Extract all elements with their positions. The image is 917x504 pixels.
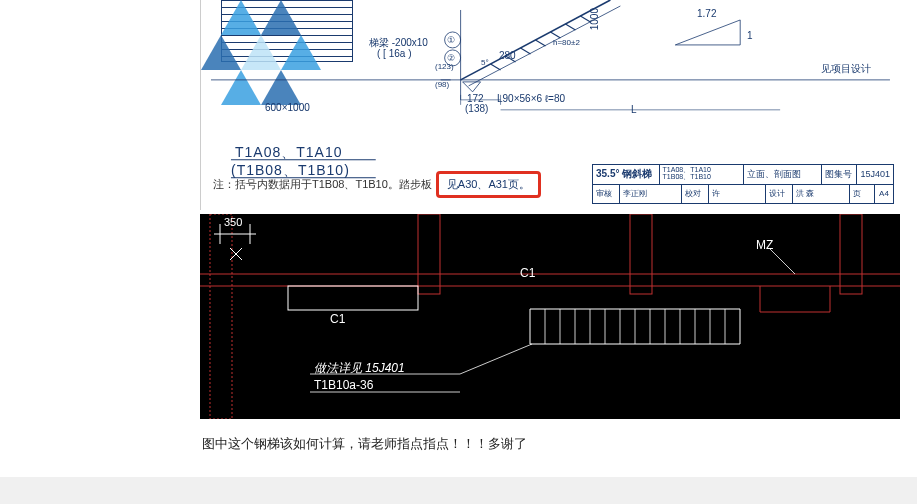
tc-models-b: T1B08、T1B10 [663, 173, 711, 180]
svg-line-12 [491, 64, 501, 70]
cad-model-ref: T1B10a-36 [314, 378, 373, 392]
tc-design-l: 设计 [766, 185, 793, 204]
svg-rect-32 [840, 214, 862, 294]
svg-line-17 [565, 24, 575, 30]
dim-5: 5° [481, 58, 489, 67]
design-ref: 见项目设计 [821, 62, 871, 76]
model-line-1: T1A08、T1A10 [235, 144, 343, 162]
tc-check-n: 李正刚 [620, 185, 682, 204]
symbol-1: ① [447, 35, 455, 45]
tc-verify-l: 校对 [682, 185, 709, 204]
cad-drawing: 350 C1 C1 MZ 做法详见 15J401 T1B10a-36 [200, 214, 900, 419]
cad-detail-ref: 做法详见 15J401 [314, 360, 405, 377]
tc-atlas-value: 15J401 [857, 165, 893, 184]
tc-check-l: 审核 [593, 185, 620, 204]
slope-1: 1 [747, 30, 753, 41]
slope-172: 1.72 [697, 8, 716, 19]
svg-rect-41 [288, 286, 418, 310]
dim-600-1000: 600×1000 [265, 102, 310, 113]
svg-line-60 [770, 249, 795, 274]
title-cartouche: 35.5° 钢斜梯 T1A08、T1A10 T1B08、T1B10 立面、剖面图… [592, 164, 894, 204]
dim-98: (98) [435, 80, 449, 89]
svg-rect-29 [210, 214, 232, 419]
dim-h: h=80±2 [553, 38, 580, 47]
cad-c1-b: C1 [330, 312, 345, 326]
dim-280: 280 [499, 50, 516, 61]
note-highlight-box: 见A30、A31页。 [436, 171, 541, 198]
svg-rect-31 [630, 214, 652, 294]
symbol-2: ② [447, 53, 455, 63]
tc-atlas-label: 图集号 [822, 165, 858, 184]
tc-page-v: A4 [875, 185, 893, 204]
tc-models-a: T1A08、T1A10 [663, 166, 711, 173]
cad-dim-350: 350 [224, 216, 242, 228]
svg-rect-30 [418, 214, 440, 294]
tc-angle: 35.5° 钢斜梯 [593, 165, 660, 184]
svg-line-15 [535, 40, 545, 46]
dim-1000: 1000 [589, 8, 600, 30]
blueprint-drawing: 梯梁 -200x10 ( [ 16a ) 600×1000 1000 280 1… [200, 0, 900, 210]
svg-line-14 [521, 48, 531, 54]
cad-c1-a: C1 [520, 266, 535, 280]
note-prefix: 注：括号内数据用于T1B08、T1B10。踏步板 [213, 177, 432, 192]
cad-svg [200, 214, 900, 419]
dim-123: (123) [435, 62, 454, 71]
tc-models: T1A08、T1A10 T1B08、T1B10 [660, 165, 744, 184]
dim-L: L [631, 104, 637, 115]
note-line: 注：括号内数据用于T1B08、T1B10。踏步板 见A30、A31页。 [213, 171, 541, 198]
question-text: 图中这个钢梯该如何计算，请老师指点指点！！！多谢了 [200, 431, 900, 457]
cad-mz: MZ [756, 238, 773, 252]
angle-spec: L90×56×6 ℓ=80 [497, 93, 565, 104]
dim-172-sub: (138) [465, 103, 488, 114]
tc-page-l: 页 [850, 185, 875, 204]
tc-design-n: 洪 森 [793, 185, 850, 204]
ladder-spec-sub: ( [ 16a ) [377, 48, 411, 59]
tc-verify-n: 许 [709, 185, 766, 204]
tc-view: 立面、剖面图 [744, 165, 822, 184]
